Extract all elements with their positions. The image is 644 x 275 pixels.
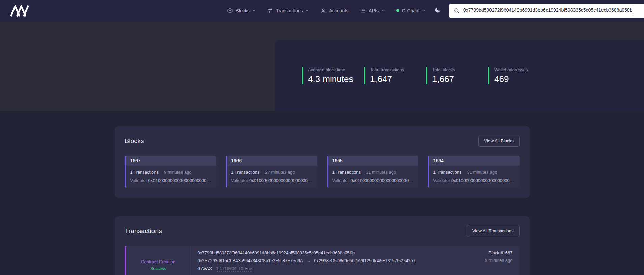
block-tx-count: 1 Transactions [433, 170, 462, 175]
block-age: 31 minutes ago [366, 170, 396, 175]
blocks-panel-header: Blocks View All Blocks [125, 135, 520, 147]
nav-item-label: Accounts [329, 8, 348, 13]
validator-label: Validator [433, 178, 450, 183]
search-input-value: 0x7799bd580272f9604140b6991d3bb6c19924bf… [463, 7, 632, 13]
transaction-row: Contract Creation Success 0x7799bd580272… [125, 246, 520, 275]
block-tx-count: 1 Transactions [231, 170, 260, 175]
stat-total-blocks: Total blocks 1,667 [426, 67, 488, 84]
block-card-body: 1 Transactions 27 minutes ago Validator … [227, 166, 317, 188]
block-card[interactable]: 1664 1 Transactions 31 minutes ago Valid… [428, 156, 520, 188]
view-all-transactions-button[interactable]: View All Transactions [467, 225, 520, 237]
block-number-link[interactable]: 1667 [126, 156, 217, 166]
chain-status-dot [396, 9, 399, 12]
nav-item-accounts[interactable]: Accounts [320, 8, 348, 14]
stat-label: Average block time [308, 67, 353, 72]
blocks-panel-title: Blocks [125, 137, 144, 145]
block-number-link[interactable]: 1665 [328, 156, 419, 166]
transaction-addresses: 0x2E7263d815CbB43a9647843C8a1e2F5c87F75d… [198, 258, 416, 263]
search-icon [454, 8, 460, 14]
block-card[interactable]: 1666 1 Transactions 27 minutes ago Valid… [226, 156, 317, 188]
search-bar: 0x7799bd580272f9604140b6991d3bb6c19924bf… [449, 4, 644, 18]
nav-item-label: Transactions [276, 8, 303, 13]
validator-label: Validator [130, 178, 147, 183]
transaction-hash-link[interactable]: 0x7799bd580272f9604140b6991d3bb6c19924bf… [198, 250, 416, 255]
stat-accent-bar [364, 67, 365, 84]
stat-value: 1,647 [370, 74, 404, 84]
validator-label: Validator [231, 178, 248, 183]
block-age: 27 minutes ago [265, 170, 295, 175]
from-address: 0x2E7263d815CbB43a9647843C8a1e2F5c87F75d… [198, 258, 303, 263]
transaction-value-line: 0 AVAX 1.1718604 TX Fee [198, 266, 416, 271]
transaction-type-cell: Contract Creation Success [126, 246, 191, 275]
view-all-blocks-button[interactable]: View All Blocks [478, 135, 519, 147]
stat-average-block-time: Average block time 4.3 minutes [302, 67, 364, 84]
transaction-fee: 1.1718604 TX Fee [216, 266, 252, 271]
stat-accent-bar [488, 67, 489, 84]
block-tx-count: 1 Transactions [332, 170, 361, 175]
validator-address: 0x01000000000000000000000000000000000000… [249, 178, 313, 183]
transactions-icon [267, 8, 273, 14]
chain-selector-label: C-Chain [402, 8, 419, 13]
stat-wallet-addresses: Wallet addresses 469 [488, 67, 550, 84]
transaction-details: 0x7799bd580272f9604140b6991d3bb6c19924bf… [191, 246, 422, 275]
stat-total-transactions: Total transactions 1,647 [364, 67, 426, 84]
transaction-value: 0 AVAX [198, 266, 212, 271]
block-age: 31 minutes ago [467, 170, 497, 175]
validator-label: Validator [332, 178, 349, 183]
theme-toggle-button[interactable] [434, 7, 441, 15]
chain-selector[interactable]: C-Chain [396, 8, 425, 13]
cube-icon [227, 8, 233, 14]
block-validator: Validator 0x0100000000000000000000000000… [433, 178, 515, 183]
list-icon [360, 8, 366, 14]
text-cursor [633, 8, 633, 14]
transaction-meta: Block #1667 9 minutes ago [478, 246, 520, 275]
main-nav: Blocks Transactions Accounts APIs [227, 8, 425, 14]
block-number-link[interactable]: 1666 [227, 156, 317, 166]
block-card-list: 1667 1 Transactions 9 minutes ago Valida… [125, 156, 520, 188]
transactions-panel: Transactions View All Transactions Contr… [115, 216, 530, 275]
avalanche-logo[interactable] [10, 5, 30, 17]
stat-value: 1,667 [432, 74, 455, 84]
moon-icon [434, 7, 441, 15]
block-validator: Validator 0x0100000000000000000000000000… [231, 178, 313, 183]
nav-item-label: Blocks [236, 8, 250, 13]
chevron-down-icon [422, 9, 425, 12]
blocks-panel: Blocks View All Blocks 1667 1 Transactio… [115, 126, 530, 198]
block-card-body: 1 Transactions 31 minutes ago Validator … [328, 166, 419, 188]
block-number-link[interactable]: 1664 [429, 156, 520, 166]
block-tx-count: 1 Transactions [130, 170, 159, 175]
nav-item-apis[interactable]: APIs [360, 8, 385, 14]
search-input[interactable]: 0x7799bd580272f9604140b6991d3bb6c19924bf… [463, 7, 640, 13]
validator-address: 0x01000000000000000000000000000000000000… [148, 178, 212, 183]
person-icon [320, 8, 326, 14]
stat-accent-bar [426, 67, 427, 84]
block-card[interactable]: 1667 1 Transactions 9 minutes ago Valida… [125, 156, 217, 188]
arrow-right-icon: → [306, 258, 311, 263]
chevron-down-icon [305, 9, 309, 12]
transactions-panel-header: Transactions View All Transactions [125, 225, 520, 237]
block-card[interactable]: 1665 1 Transactions 31 minutes ago Valid… [327, 156, 419, 188]
nav-item-blocks[interactable]: Blocks [227, 8, 256, 14]
stat-accent-bar [302, 67, 303, 84]
transactions-panel-title: Transactions [125, 227, 162, 235]
chevron-down-icon [382, 9, 385, 12]
validator-address: 0x01000000000000000000000000000000000000… [451, 178, 515, 183]
stat-label: Total transactions [370, 67, 404, 72]
stat-label: Total blocks [432, 67, 455, 72]
hero-section: Average block time 4.3 minutes Total tra… [0, 21, 644, 111]
nav-item-label: APIs [369, 8, 379, 13]
stat-value: 469 [494, 74, 528, 84]
block-card-body: 1 Transactions 9 minutes ago Validator 0… [126, 166, 217, 188]
transaction-age: 9 minutes ago [485, 258, 513, 263]
stat-value: 4.3 minutes [308, 74, 353, 84]
to-address-link[interactable]: 0x2938eD5D869e50DA6f125dfc45F13157f52742… [314, 258, 415, 263]
block-card-body: 1 Transactions 31 minutes ago Validator … [429, 166, 520, 188]
network-stats-panel: Average block time 4.3 minutes Total tra… [275, 40, 644, 111]
block-validator: Validator 0x0100000000000000000000000000… [332, 178, 415, 183]
block-validator: Validator 0x0100000000000000000000000000… [130, 178, 213, 183]
transaction-status-badge: Success [150, 266, 166, 271]
main-content: Blocks View All Blocks 1667 1 Transactio… [115, 126, 530, 275]
nav-item-transactions[interactable]: Transactions [267, 8, 309, 14]
transaction-type: Contract Creation [141, 259, 175, 264]
transaction-block-link[interactable]: Block #1667 [485, 250, 513, 255]
